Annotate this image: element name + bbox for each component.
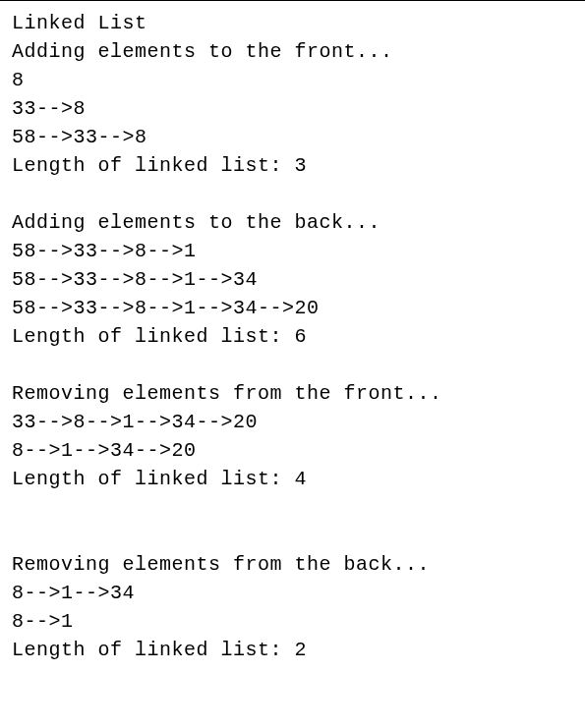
output-line: 58-->33-->8-->1-->34 <box>12 265 573 294</box>
blank-line <box>12 180 573 208</box>
output-line: Linked List <box>12 9 573 37</box>
output-line: Length of linked list: 2 <box>12 636 573 664</box>
output-line: 33-->8 <box>12 94 573 123</box>
console-output: Linked List Adding elements to the front… <box>12 9 573 664</box>
blank-line <box>12 522 573 550</box>
output-line: Length of linked list: 6 <box>12 322 573 351</box>
output-line: Adding elements to the front... <box>12 37 573 66</box>
output-line: 8 <box>12 66 573 94</box>
output-line: 8-->1-->34-->20 <box>12 436 573 465</box>
output-line: 58-->33-->8-->1 <box>12 237 573 265</box>
output-line: 58-->33-->8 <box>12 123 573 151</box>
output-line: 33-->8-->1-->34-->20 <box>12 408 573 436</box>
output-line: Length of linked list: 3 <box>12 151 573 180</box>
blank-line <box>12 351 573 379</box>
output-line: 58-->33-->8-->1-->34-->20 <box>12 294 573 322</box>
output-line: Adding elements to the back... <box>12 208 573 237</box>
output-line: Removing elements from the front... <box>12 379 573 408</box>
output-line: Length of linked list: 4 <box>12 465 573 493</box>
output-line: Removing elements from the back... <box>12 550 573 579</box>
output-line: 8-->1-->34 <box>12 579 573 607</box>
output-line: 8-->1 <box>12 607 573 636</box>
blank-line <box>12 493 573 522</box>
